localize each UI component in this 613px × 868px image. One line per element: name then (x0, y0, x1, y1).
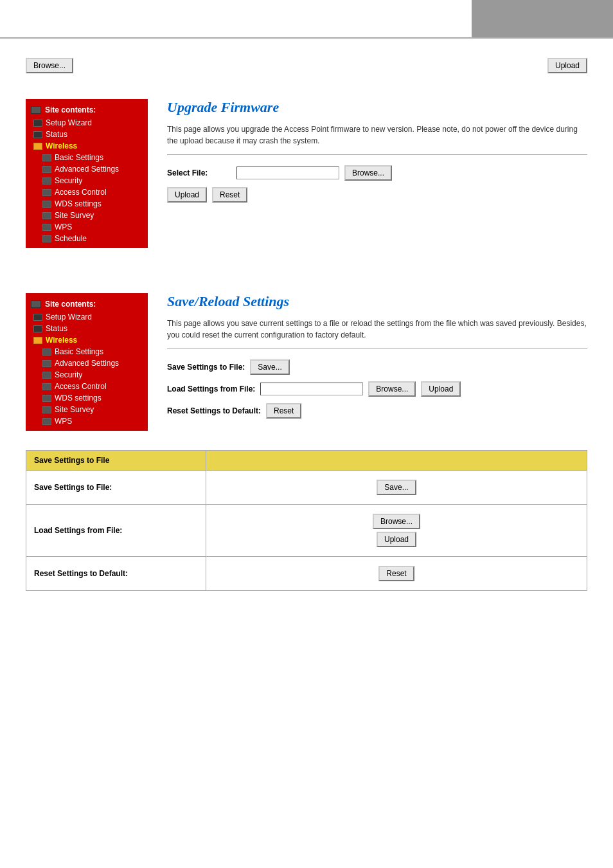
page-icon (42, 360, 51, 367)
table-header-col1: Save Settings to File (26, 451, 206, 471)
top-upload-button[interactable]: Upload (547, 58, 587, 73)
sidebar-item-advanced-settings-2[interactable]: Advanced Settings (26, 357, 148, 369)
table-row-reset: Reset Settings to Default: Reset (26, 557, 587, 591)
page-icon (42, 348, 51, 356)
firmware-browse-button[interactable]: Browse... (344, 165, 392, 181)
header-left (0, 0, 472, 37)
firmware-reset-button[interactable]: Reset (212, 187, 247, 203)
save-settings-label: Save Settings to File: (167, 363, 245, 372)
table-cell-load-action: Browse... Upload (206, 505, 587, 557)
folder-icon (33, 337, 42, 344)
table-header-col2 (206, 451, 587, 471)
folder-icon (33, 143, 42, 150)
page-icon (42, 177, 51, 185)
page-icon (42, 372, 51, 379)
page-icon (42, 383, 51, 390)
table-cell-save-action: Save... (206, 471, 587, 505)
upgrade-firmware-title: Upgrade Firmware (167, 99, 587, 116)
table-cell-load-label: Load Settings from File: (26, 505, 206, 557)
table-row-load: Load Settings from File: Browse... Uploa… (26, 505, 587, 557)
page-icon (33, 314, 42, 321)
sidebar-item-wds-settings-1[interactable]: WDS settings (26, 198, 148, 210)
page-icon (42, 154, 51, 161)
sidebar-item-security-2[interactable]: Security (26, 369, 148, 381)
sidebar-item-wds-settings-2[interactable]: WDS settings (26, 392, 148, 404)
sidebar-item-wireless-2[interactable]: Wireless (26, 334, 148, 346)
sidebar-item-basic-settings-1[interactable]: Basic Settings (26, 152, 148, 163)
top-bar: Browse... Upload (0, 39, 613, 86)
sidebar-item-status-2[interactable]: Status (26, 323, 148, 334)
save-reload-title: Save/Reload Settings (167, 293, 587, 310)
sidebar-item-security-1[interactable]: Security (26, 175, 148, 186)
sidebar-item-advanced-settings-1[interactable]: Advanced Settings (26, 163, 148, 175)
load-settings-row: Load Settings from File: Browse... Uploa… (167, 381, 587, 397)
page-icon (42, 395, 51, 402)
page-icon (42, 212, 51, 219)
sidebar-item-site-survey-1[interactable]: Site Survey (26, 210, 148, 221)
sidebar-2-title: Site contents: (26, 297, 148, 311)
upgrade-firmware-description: This page allows you upgrade the Access … (167, 123, 587, 147)
load-settings-input[interactable] (260, 383, 363, 395)
load-settings-label: Load Settings from File: (167, 384, 255, 393)
select-file-label: Select File: (167, 168, 231, 177)
sidebar-item-status-1[interactable]: Status (26, 129, 148, 140)
save-settings-button[interactable]: Save... (250, 359, 289, 375)
load-browse-button[interactable]: Browse... (368, 381, 416, 397)
table-row-save: Save Settings to File: Save... (26, 471, 587, 505)
table-cell-reset-action: Reset (206, 557, 587, 591)
top-browse-button[interactable]: Browse... (26, 58, 73, 73)
monitor-icon-2 (31, 300, 41, 308)
sidebar-item-wps-2[interactable]: WPS (26, 415, 148, 427)
sidebar-item-wps-1[interactable]: WPS (26, 221, 148, 233)
table-reset-button[interactable]: Reset (378, 566, 414, 581)
sidebar-item-site-survey-2[interactable]: Site Survey (26, 404, 148, 415)
sidebar-2: Site contents: Setup Wizard Status Wirel… (26, 293, 148, 431)
sidebar-item-wireless-1[interactable]: Wireless (26, 140, 148, 152)
sidebar-item-schedule-1[interactable]: Schedule (26, 233, 148, 244)
table-cell-save-label: Save Settings to File: (26, 471, 206, 505)
table-save-button[interactable]: Save... (377, 480, 416, 495)
monitor-icon-1 (31, 106, 41, 114)
page-icon (42, 235, 51, 242)
page-header (0, 0, 613, 39)
sidebar-1: Site contents: Setup Wizard Status Wirel… (26, 99, 148, 248)
page-icon (42, 201, 51, 208)
load-btn-group: Browse... Upload (214, 514, 579, 547)
load-upload-button[interactable]: Upload (421, 381, 461, 397)
save-reload-description: This page allows you save current settin… (167, 318, 587, 341)
save-settings-row: Save Settings to File: Save... (167, 359, 587, 375)
sidebar-item-setup-wizard-2[interactable]: Setup Wizard (26, 311, 148, 323)
page-icon (42, 224, 51, 231)
sidebar-item-access-control-1[interactable]: Access Control (26, 186, 148, 198)
page-icon (42, 406, 51, 413)
select-file-input[interactable] (236, 167, 339, 179)
firmware-upload-button[interactable]: Upload (167, 187, 207, 203)
sidebar-item-basic-settings-2[interactable]: Basic Settings (26, 346, 148, 357)
sidebar-item-setup-wizard-1[interactable]: Setup Wizard (26, 117, 148, 129)
save-reload-content: Save/Reload Settings This page allows yo… (167, 293, 587, 431)
page-icon (42, 418, 51, 425)
reset-settings-button[interactable]: Reset (266, 403, 301, 419)
reset-settings-row: Reset Settings to Default: Reset (167, 403, 587, 419)
page-icon (33, 120, 42, 127)
page-icon (42, 189, 51, 196)
firmware-action-row: Upload Reset (167, 187, 587, 203)
select-file-row: Select File: Browse... (167, 165, 587, 181)
upgrade-firmware-content: Upgrade Firmware This page allows you up… (167, 99, 587, 248)
divider-2 (167, 348, 587, 349)
table-cell-reset-label: Reset Settings to Default: (26, 557, 206, 591)
page-icon (33, 325, 42, 332)
settings-table: Save Settings to File Save Settings to F… (26, 450, 587, 591)
upgrade-firmware-section: Site contents: Setup Wizard Status Wirel… (0, 86, 613, 261)
table-browse-button[interactable]: Browse... (373, 514, 420, 529)
sidebar-1-title: Site contents: (26, 103, 148, 117)
sidebar-item-access-control-2[interactable]: Access Control (26, 381, 148, 392)
save-reload-section: Site contents: Setup Wizard Status Wirel… (0, 280, 613, 444)
page-icon (33, 131, 42, 138)
reset-settings-label: Reset Settings to Default: (167, 406, 261, 415)
divider-1 (167, 154, 587, 155)
header-right (472, 0, 613, 37)
page-icon (42, 166, 51, 173)
table-upload-button[interactable]: Upload (377, 532, 416, 547)
